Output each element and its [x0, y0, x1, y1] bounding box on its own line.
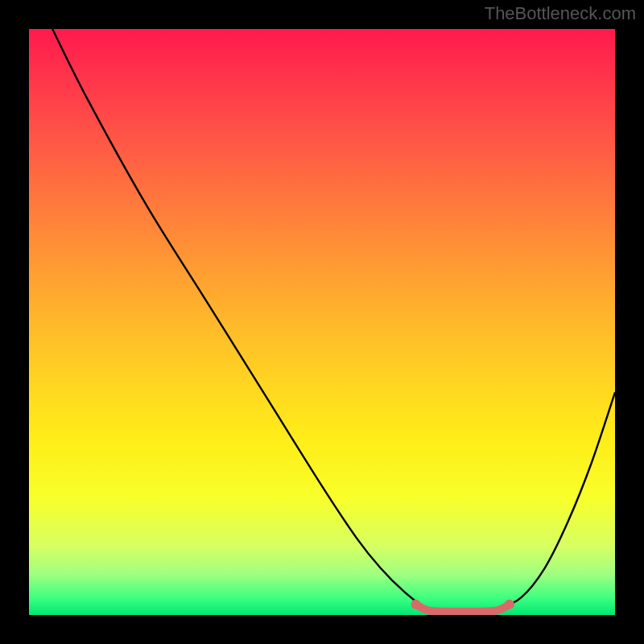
bottleneck-curve-line	[52, 29, 615, 615]
attribution-text: TheBottleneck.com	[485, 3, 636, 24]
optimal-range-marker	[415, 605, 509, 612]
bottleneck-chart-svg	[29, 29, 615, 615]
chart-plot-area	[29, 29, 615, 615]
optimal-range-end-dot	[505, 600, 514, 609]
optimal-range-start-dot	[411, 600, 420, 609]
